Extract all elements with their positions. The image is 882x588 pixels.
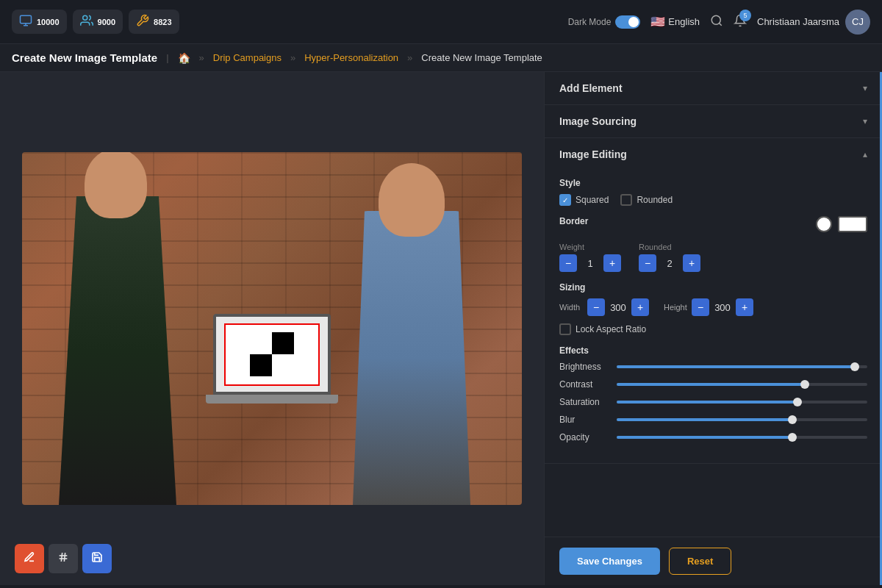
- rounded-value: 2: [659, 258, 680, 269]
- contrast-slider[interactable]: [617, 383, 867, 386]
- image-sourcing-title: Image Sourcing: [559, 115, 637, 127]
- rounded-label: Rounded: [637, 195, 673, 205]
- image-editing-body: Style ✓ Squared Rounded: [545, 171, 882, 463]
- add-element-chevron: ▾: [863, 83, 867, 93]
- notification-count: 5: [739, 10, 751, 21]
- style-row: ✓ Squared Rounded: [559, 194, 867, 206]
- nav-badges: 10000 9000 8823: [12, 10, 179, 34]
- image-sourcing-header[interactable]: Image Sourcing ▾: [545, 105, 882, 137]
- opacity-slider[interactable]: [617, 436, 867, 439]
- save-tool-button[interactable]: [82, 544, 112, 573]
- sizing-label: Sizing: [559, 282, 867, 293]
- canvas-toolbar: [15, 544, 112, 573]
- dark-mode-switch[interactable]: [615, 15, 640, 29]
- weight-minus-button[interactable]: −: [559, 254, 577, 272]
- laptop-base: [206, 395, 338, 404]
- brightness-slider[interactable]: [617, 365, 867, 368]
- check-icon: ✓: [562, 196, 568, 204]
- width-plus-button[interactable]: +: [631, 298, 649, 316]
- badge-users[interactable]: 9000: [73, 10, 123, 34]
- opacity-row: Opacity: [559, 432, 867, 442]
- hash-tool-button[interactable]: [49, 544, 78, 573]
- user-profile[interactable]: Christiaan Jaarsma CJ: [757, 10, 870, 35]
- save-icon: [91, 551, 103, 566]
- logo-q3: [250, 354, 272, 376]
- weight-stepper: − 1 +: [559, 254, 621, 272]
- canvas-image-wrapper[interactable]: [22, 152, 522, 505]
- badge-tools[interactable]: 8823: [129, 10, 179, 34]
- opacity-thumb[interactable]: [788, 433, 797, 442]
- canvas-image: [22, 152, 522, 505]
- language-selector[interactable]: 🇺🇸 English: [650, 15, 700, 29]
- language-label: English: [668, 16, 700, 27]
- border-label: Border: [559, 216, 588, 226]
- person-right-figure: [338, 182, 485, 505]
- badge-tools-count: 8823: [154, 18, 171, 26]
- blur-slider[interactable]: [617, 418, 867, 421]
- dark-mode-toggle[interactable]: Dark Mode: [568, 15, 641, 29]
- badge-layers[interactable]: 10000: [12, 10, 67, 34]
- border-color-rect[interactable]: [838, 216, 867, 232]
- lock-aspect-checkbox[interactable]: [559, 323, 571, 335]
- width-label: Width: [559, 303, 583, 312]
- nav-right: Dark Mode 🇺🇸 English 5 Christiaan Jaarsm…: [568, 10, 870, 35]
- weight-plus-button[interactable]: +: [603, 254, 621, 272]
- squared-label: Squared: [576, 195, 609, 205]
- badge-layers-count: 10000: [37, 18, 60, 26]
- lock-aspect-label: Lock Aspect Ratio: [576, 324, 646, 334]
- brightness-row: Brightness: [559, 362, 867, 372]
- rounded-minus-button[interactable]: −: [639, 254, 656, 272]
- main-content: Add Element ▾ Image Sourcing ▾ Image Edi…: [0, 72, 882, 585]
- flag-icon: 🇺🇸: [650, 15, 665, 29]
- height-plus-button[interactable]: +: [736, 298, 753, 316]
- home-icon[interactable]: 🏠: [178, 52, 190, 64]
- blur-thumb[interactable]: [788, 415, 797, 424]
- svg-rect-0: [21, 15, 32, 24]
- laptop-screen: [213, 314, 331, 395]
- add-element-header[interactable]: Add Element ▾: [545, 72, 882, 104]
- users-icon: [80, 14, 93, 29]
- user-name: Christiaan Jaarsma: [757, 16, 839, 27]
- height-minus-button[interactable]: −: [692, 298, 709, 316]
- brightness-thumb[interactable]: [850, 362, 859, 371]
- width-field: Width − 300 +: [559, 298, 649, 316]
- weight-label: Weight: [559, 243, 621, 251]
- squared-checkbox[interactable]: ✓: [559, 194, 571, 206]
- border-color-circle[interactable]: [816, 216, 832, 232]
- svg-point-1: [82, 15, 87, 20]
- right-panel-scroll[interactable]: Add Element ▾ Image Sourcing ▾ Image Edi…: [545, 72, 882, 585]
- canvas-area: [0, 72, 544, 585]
- opacity-label: Opacity: [559, 432, 609, 442]
- width-minus-button[interactable]: −: [587, 298, 605, 316]
- rounded-plus-button[interactable]: +: [683, 254, 700, 272]
- blur-label: Blur: [559, 415, 609, 425]
- brightness-label: Brightness: [559, 362, 609, 372]
- right-panel: Add Element ▾ Image Sourcing ▾ Image Edi…: [544, 72, 882, 585]
- hash-icon: [57, 551, 69, 566]
- style-label: Style: [559, 178, 867, 188]
- user-avatar: CJ: [845, 10, 870, 35]
- image-sourcing-chevron: ▾: [863, 116, 867, 126]
- saturation-thumb[interactable]: [793, 398, 802, 406]
- logo-q4: [272, 354, 294, 376]
- contrast-row: Contrast: [559, 379, 867, 390]
- add-element-title: Add Element: [559, 82, 623, 94]
- contrast-thumb[interactable]: [800, 380, 809, 389]
- search-button[interactable]: [710, 14, 723, 30]
- panel-action-bar: Save Changes Reset: [545, 537, 882, 585]
- notifications-button[interactable]: 5: [734, 14, 747, 29]
- save-changes-button[interactable]: Save Changes: [559, 548, 660, 575]
- image-sourcing-section: Image Sourcing ▾: [545, 105, 882, 138]
- reset-button[interactable]: Reset: [669, 548, 731, 575]
- breadcrumb-hyper[interactable]: Hyper-Personalization: [304, 52, 398, 63]
- pen-tool-button[interactable]: [15, 544, 44, 573]
- breadcrumb-drip[interactable]: Drip Campaigns: [213, 52, 282, 63]
- saturation-row: Saturation: [559, 397, 867, 407]
- saturation-slider[interactable]: [617, 401, 867, 404]
- image-editing-section: Image Editing ▴ Style ✓ Squared: [545, 138, 882, 464]
- style-rounded-option[interactable]: Rounded: [620, 194, 673, 206]
- image-editing-header[interactable]: Image Editing ▴: [545, 138, 882, 171]
- rounded-checkbox[interactable]: [620, 194, 632, 206]
- weight-stepper-group: Weight − 1 +: [559, 243, 621, 272]
- style-squared-option[interactable]: ✓ Squared: [559, 194, 609, 206]
